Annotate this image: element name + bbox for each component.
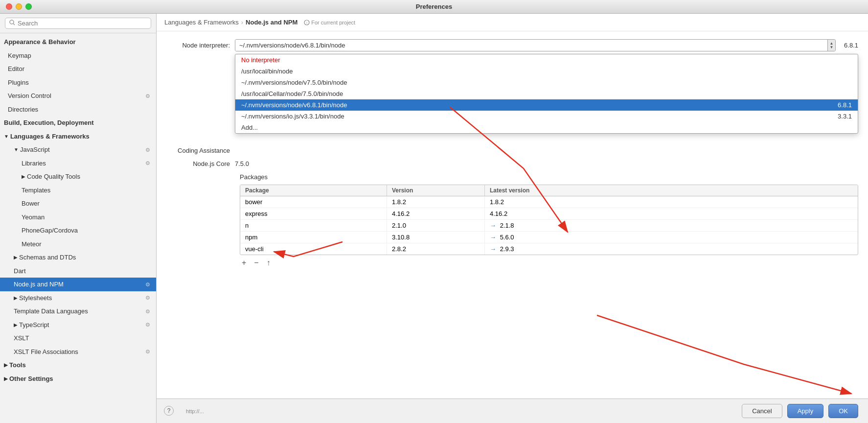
table-row[interactable]: npm 3.10.8 → 5.6.0 bbox=[240, 232, 858, 243]
ok-button[interactable]: OK bbox=[828, 404, 858, 418]
window-controls[interactable] bbox=[6, 3, 32, 10]
sidebar-item-label: Keymap bbox=[8, 51, 31, 61]
gear-icon: ⚙ bbox=[145, 92, 150, 100]
sidebar-item-keymap[interactable]: Keymap bbox=[0, 49, 156, 63]
sidebar-item-yeoman[interactable]: Yeoman bbox=[0, 211, 156, 224]
sidebar-item-languages[interactable]: ▼ Languages & Frameworks bbox=[0, 130, 156, 143]
main-panel: Languages & Frameworks › Node.js and NPM… bbox=[157, 14, 868, 423]
packages-toolbar: + − ↑ bbox=[240, 255, 858, 271]
minimize-button[interactable] bbox=[16, 3, 22, 10]
table-row[interactable]: vue-cli 2.8.2 → 2.9.3 bbox=[240, 243, 858, 255]
search-input[interactable] bbox=[18, 20, 147, 27]
add-package-button[interactable]: + bbox=[240, 258, 248, 268]
sidebar-item-other[interactable]: ▶ Other Settings bbox=[0, 372, 156, 386]
sidebar-item-templates[interactable]: Templates bbox=[0, 184, 156, 197]
sidebar-item-typescript[interactable]: ▶ TypeScript ⚙ bbox=[0, 318, 156, 332]
interpreter-label: Node interpreter: bbox=[166, 42, 235, 49]
table-row[interactable]: bower 1.8.2 1.8.2 bbox=[240, 196, 858, 208]
gear-icon: ⚙ bbox=[145, 159, 150, 167]
package-latest: 4.16.2 bbox=[485, 208, 583, 219]
main-content: Appearance & Behavior Keymap Editor Plug… bbox=[0, 14, 868, 423]
search-input-wrap[interactable] bbox=[5, 18, 151, 29]
interpreter-spinner[interactable]: ▲ ▼ bbox=[827, 40, 835, 51]
svg-line-1 bbox=[13, 24, 15, 25]
sidebar-item-tools[interactable]: ▶ Tools bbox=[0, 358, 156, 372]
dropdown-item-nvm-v681[interactable]: ~/.nvm/versions/node/v6.8.1/bin/node 6.8… bbox=[235, 99, 858, 111]
dropdown-item-no-interpreter[interactable]: No interpreter bbox=[235, 54, 858, 66]
sidebar-item-label: Plugins bbox=[8, 78, 29, 88]
packages-label: Packages bbox=[166, 173, 858, 181]
spinner-down[interactable]: ▼ bbox=[830, 46, 834, 49]
apply-button[interactable]: Apply bbox=[787, 404, 824, 418]
sidebar-item-dart[interactable]: Dart bbox=[0, 264, 156, 278]
dropdown-item-label: ~/.nvm/versions/io.js/v3.3.1/bin/node bbox=[241, 113, 344, 120]
dropdown-item-nvm-v750[interactable]: ~/.nvm/versions/node/v7.5.0/bin/node bbox=[235, 77, 858, 88]
expand-icon: ▶ bbox=[4, 361, 8, 369]
close-button[interactable] bbox=[6, 3, 12, 10]
packages-section: Packages Package Version Latest version … bbox=[166, 173, 858, 271]
dropdown-item-cellar[interactable]: /usr/local/Cellar/node/7.5.0/bin/node bbox=[235, 88, 858, 99]
sidebar-item-label: Version Control bbox=[8, 91, 51, 101]
package-name: n bbox=[240, 220, 387, 231]
package-latest: → 2.1.8 bbox=[485, 220, 583, 231]
sidebar-item-code-quality[interactable]: ▶ Code Quality Tools bbox=[0, 170, 156, 184]
interpreter-input[interactable] bbox=[235, 40, 827, 51]
package-version: 2.1.0 bbox=[387, 220, 485, 231]
project-badge-label: For current project bbox=[311, 20, 355, 25]
sidebar-item-stylesheets[interactable]: ▶ Stylesheets ⚙ bbox=[0, 291, 156, 305]
help-button[interactable]: ? bbox=[164, 406, 174, 416]
sidebar-item-appearance[interactable]: Appearance & Behavior bbox=[0, 35, 156, 49]
bottom-bar-container: ? http://... Cancel Apply OK bbox=[157, 399, 868, 423]
gear-icon: ⚙ bbox=[145, 294, 150, 302]
sidebar-item-javascript[interactable]: ▼ JavaScript ⚙ bbox=[0, 143, 156, 157]
sidebar-item-plugins[interactable]: Plugins bbox=[0, 76, 156, 90]
sidebar-item-label: XSLT File Associations bbox=[14, 347, 78, 357]
sidebar-item-label: Code Quality Tools bbox=[27, 172, 80, 182]
sidebar-item-xslt[interactable]: XSLT bbox=[0, 331, 156, 345]
dropdown-item-iojs[interactable]: ~/.nvm/versions/io.js/v3.3.1/bin/node 3.… bbox=[235, 111, 858, 122]
sidebar-item-label: XSLT bbox=[14, 333, 29, 343]
sidebar-item-directories[interactable]: Directories bbox=[0, 103, 156, 117]
update-arrow-icon: → bbox=[490, 234, 496, 241]
sidebar-item-phonegap[interactable]: PhoneGap/Cordova bbox=[0, 224, 156, 237]
sidebar-item-label: PhoneGap/Cordova bbox=[22, 226, 78, 235]
sidebar-item-editor[interactable]: Editor bbox=[0, 62, 156, 76]
sidebar-item-label: Appearance & Behavior bbox=[4, 37, 76, 47]
dropdown-item-usr-local[interactable]: /usr/local/bin/node bbox=[235, 66, 858, 77]
maximize-button[interactable] bbox=[25, 3, 32, 10]
sidebar-list: Appearance & Behavior Keymap Editor Plug… bbox=[0, 33, 156, 423]
sidebar-item-label: Editor bbox=[8, 64, 24, 74]
dropdown-item-add[interactable]: Add... bbox=[235, 122, 858, 133]
gear-icon: ⚙ bbox=[145, 348, 150, 356]
sidebar-item-template-data[interactable]: Template Data Languages ⚙ bbox=[0, 305, 156, 318]
package-version: 1.8.2 bbox=[387, 196, 485, 208]
interpreter-input-wrap[interactable]: ▲ ▼ bbox=[235, 39, 836, 51]
sidebar-item-version-control[interactable]: Version Control ⚙ bbox=[0, 89, 156, 103]
window-title: Preferences bbox=[416, 3, 452, 10]
cancel-button[interactable]: Cancel bbox=[742, 404, 782, 418]
sidebar-item-nodejs[interactable]: Node.js and NPM ⚙ bbox=[0, 278, 156, 291]
sidebar-item-xslt-assoc[interactable]: XSLT File Associations ⚙ bbox=[0, 345, 156, 359]
sidebar-item-build[interactable]: Build, Execution, Deployment bbox=[0, 116, 156, 130]
sidebar-item-meteor[interactable]: Meteor bbox=[0, 237, 156, 251]
search-icon bbox=[9, 20, 15, 27]
gear-icon: ⚙ bbox=[145, 307, 150, 316]
hint-text: http://... bbox=[186, 408, 204, 414]
packages-table: Package Version Latest version bower 1.8… bbox=[240, 185, 858, 255]
sidebar-item-label: Stylesheets bbox=[19, 293, 52, 303]
sidebar-item-libraries[interactable]: Libraries ⚙ bbox=[0, 157, 156, 170]
table-row[interactable]: n 2.1.0 → 2.1.8 bbox=[240, 220, 858, 232]
dropdown-item-version: 6.8.1 bbox=[838, 101, 852, 109]
sidebar-item-label: JavaScript bbox=[20, 145, 50, 155]
packages-table-header: Package Version Latest version bbox=[240, 185, 858, 196]
sidebar-item-bower[interactable]: Bower bbox=[0, 197, 156, 211]
package-name: npm bbox=[240, 232, 387, 243]
sidebar-item-label: Languages & Frameworks bbox=[10, 132, 90, 141]
package-name: bower bbox=[240, 196, 387, 208]
table-row[interactable]: express 4.16.2 4.16.2 bbox=[240, 208, 858, 220]
remove-package-button[interactable]: − bbox=[252, 258, 260, 268]
refresh-packages-button[interactable]: ↑ bbox=[265, 258, 273, 268]
sidebar-item-label: Other Settings bbox=[9, 374, 53, 384]
sidebar-item-schemas[interactable]: ▶ Schemas and DTDs bbox=[0, 251, 156, 264]
dropdown-item-version: 3.3.1 bbox=[838, 113, 852, 120]
